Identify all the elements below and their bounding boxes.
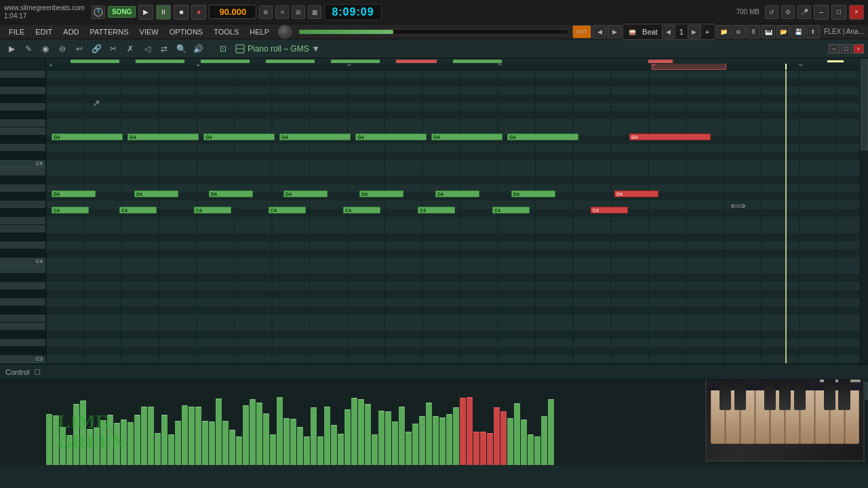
velocity-bar-48[interactable] [372, 434, 378, 465]
menu-add[interactable]: ADD [58, 26, 83, 37]
piano-key-d5[interactable] [0, 144, 45, 152]
velocity-bar-0[interactable] [46, 414, 52, 465]
piano-key-e5[interactable] [0, 127, 45, 136]
playlist-icon[interactable]: ▦ [308, 5, 321, 19]
velocity-bar-4[interactable] [73, 404, 79, 465]
velocity-bar-1[interactable] [53, 415, 59, 465]
piano-key-g5[interactable] [0, 103, 45, 111]
velocity-bar-34[interactable] [277, 397, 283, 465]
piano-key-f5[interactable] [0, 119, 45, 127]
velocity-bar-40[interactable] [317, 436, 323, 465]
select-tool[interactable]: 🔗 [89, 41, 104, 56]
note-g4-5[interactable]: G4 [355, 134, 427, 140]
beat-prev[interactable]: ◀ [662, 25, 675, 39]
piano-key-ab5[interactable] [0, 95, 45, 103]
zoom-tool[interactable]: 🔍 [174, 41, 189, 56]
velocity-bar-59[interactable] [446, 414, 452, 465]
pr-expand[interactable]: □ [841, 44, 852, 54]
grid-body[interactable]: G4 G4 G4 G4 G4 G4 G4 G4 D4 D4 D4 D4 D4 D… [46, 70, 868, 363]
velocity-bar-57[interactable] [433, 416, 439, 465]
velocity-bar-67[interactable] [500, 411, 507, 465]
note-d4-5[interactable]: D4 [359, 190, 403, 197]
velocity-bar-37[interactable] [297, 427, 303, 465]
plugin-icon[interactable]: ⊕ [732, 25, 745, 39]
next-pattern[interactable]: ▶ [608, 25, 621, 39]
piano-key-gb4[interactable] [0, 209, 45, 217]
mic-icon[interactable]: 🎤 [797, 5, 811, 19]
master-volume-bar[interactable] [298, 29, 568, 35]
piano-key-eb4[interactable] [0, 233, 45, 241]
velocity-bar-2[interactable] [60, 427, 66, 465]
piano-key-f3[interactable] [0, 314, 45, 323]
velocity-bar-26[interactable] [222, 421, 229, 465]
note-d4-red[interactable]: D4 [614, 190, 658, 197]
note-c4-red[interactable]: C4 [591, 207, 628, 214]
undo-tool[interactable]: ↩ [72, 41, 87, 56]
note-c4-1[interactable]: C4 [52, 207, 89, 214]
control-body[interactable]: LIME GREEN [0, 380, 868, 465]
velocity-bar-25[interactable] [216, 399, 222, 465]
declick-tool[interactable]: ◁ [140, 41, 155, 56]
velocity-bar-47[interactable] [365, 404, 371, 465]
note-d4-7[interactable]: D4 [511, 190, 555, 197]
vertical-scrollbar[interactable] [860, 58, 868, 363]
velocity-bar-58[interactable] [439, 418, 446, 465]
scrollbar-thumb[interactable] [861, 59, 868, 150]
stop-button[interactable]: ■ [174, 5, 189, 20]
velocity-bar-36[interactable] [290, 419, 296, 465]
velocity-bar-5[interactable] [80, 401, 86, 465]
piano-key-b5[interactable] [0, 70, 45, 79]
menu-file[interactable]: FILE [4, 26, 29, 37]
velocity-bar-50[interactable] [385, 411, 391, 465]
note-g4-6[interactable]: G4 [431, 134, 502, 140]
volume-knob[interactable] [278, 25, 292, 39]
note-g4-7[interactable]: G4 [507, 134, 578, 140]
piano-key-f4[interactable] [0, 217, 45, 225]
piano-key-b3[interactable] [0, 266, 45, 274]
menu-tools[interactable]: TOOLS [209, 26, 243, 37]
velocity-bar-30[interactable] [250, 399, 256, 465]
note-g4-red[interactable]: G4 [629, 134, 711, 140]
velocity-bar-49[interactable] [378, 411, 384, 465]
note-c4-5[interactable]: C4 [343, 207, 380, 214]
note-d4-3[interactable]: D4 [209, 190, 253, 197]
velocity-bar-12[interactable] [127, 422, 134, 465]
save-icon[interactable]: 💾 [791, 25, 805, 39]
app-close-button[interactable]: × [849, 5, 864, 20]
mixer-btn[interactable]: 🎚 [747, 25, 760, 39]
velocity-bar-29[interactable] [243, 405, 249, 465]
note-c4-6[interactable]: C4 [418, 207, 455, 214]
velocity-bar-11[interactable] [121, 420, 127, 465]
pattern-icon[interactable]: ⊕ [259, 5, 273, 19]
velocity-bar-43[interactable] [338, 434, 344, 465]
beat-plus[interactable]: + [703, 28, 712, 36]
velocity-bar-8[interactable] [100, 420, 106, 465]
piano-key-d3[interactable] [0, 339, 45, 347]
piano-roll-chevron[interactable]: ▼ [312, 44, 320, 54]
velocity-bar-73[interactable] [541, 416, 547, 465]
pattern-selector[interactable]: PAT [572, 25, 591, 39]
export-icon[interactable]: ⬆ [806, 25, 820, 39]
velocity-bar-53[interactable] [406, 432, 412, 465]
draw-tool[interactable]: ✎ [21, 41, 36, 56]
piano-key-a5[interactable] [0, 87, 45, 95]
velocity-bar-46[interactable] [358, 399, 364, 465]
pr-minimize[interactable]: – [829, 44, 840, 54]
piano-key-bb4[interactable] [0, 176, 45, 184]
piano-key-d4[interactable] [0, 241, 45, 249]
piano-key-ab4[interactable] [0, 192, 45, 201]
menu-edit[interactable]: EDIT [31, 26, 57, 37]
velocity-bar-19[interactable] [175, 421, 181, 465]
stamp-tool[interactable]: ◉ [38, 41, 53, 56]
velocity-bar-38[interactable] [304, 436, 310, 465]
piano-key-bb3[interactable] [0, 274, 45, 282]
velocity-bar-54[interactable] [412, 424, 418, 465]
play-button[interactable]: ▶ [138, 5, 153, 20]
velocity-bar-3[interactable] [66, 435, 73, 465]
piano-key-g3[interactable] [0, 298, 45, 306]
refresh-icon[interactable]: ↺ [765, 5, 778, 19]
settings-icon[interactable]: ⚙ [781, 5, 795, 19]
piano-key-g4[interactable] [0, 201, 45, 209]
note-d4-2[interactable]: D4 [134, 190, 178, 197]
piano-key-eb3[interactable] [0, 331, 45, 339]
